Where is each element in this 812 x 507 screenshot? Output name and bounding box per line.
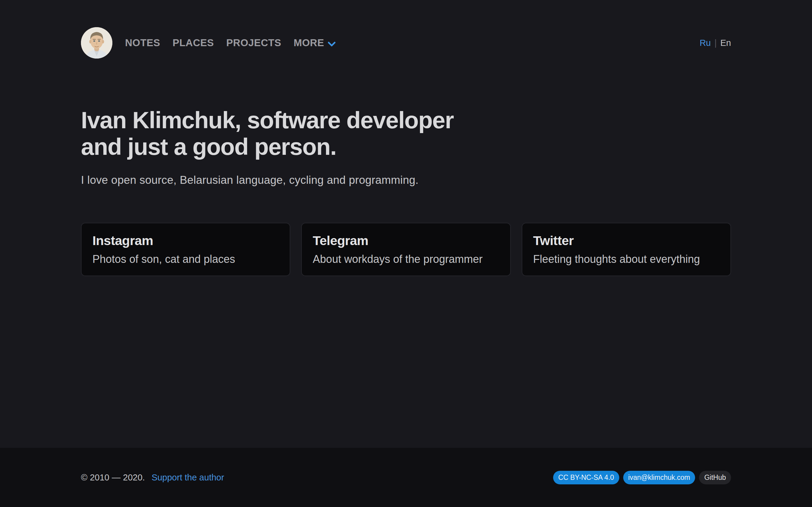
card-instagram[interactable]: Instagram Photos of son, cat and places — [81, 223, 290, 276]
social-cards: Instagram Photos of son, cat and places … — [81, 223, 731, 276]
email-badge[interactable]: ivan@klimchuk.com — [623, 471, 695, 484]
card-description: About workdays of the programmer — [313, 253, 499, 266]
card-title: Telegram — [313, 233, 499, 248]
footer-left: © 2010 — 2020. Support the author — [81, 472, 224, 483]
card-telegram[interactable]: Telegram About workdays of the programme… — [301, 223, 511, 276]
lang-divider: | — [714, 38, 717, 48]
card-title: Twitter — [533, 233, 720, 248]
footer-badges: CC BY-NC-SA 4.0 ivan@klimchuk.com GitHub — [553, 471, 731, 484]
nav-item-label: Notes — [125, 37, 160, 49]
nav-item-projects[interactable]: Projects — [226, 37, 281, 49]
card-title: Instagram — [92, 233, 279, 248]
nav-item-label: Places — [172, 37, 214, 49]
nav-item-label: More — [294, 37, 324, 49]
card-description: Fleeting thoughts about everything — [533, 253, 720, 266]
nav-item-more[interactable]: More — [294, 37, 336, 49]
page-title-line2: and just a good person. — [81, 133, 731, 160]
card-twitter[interactable]: Twitter Fleeting thoughts about everythi… — [522, 223, 731, 276]
main-nav: Notes Places Projects More — [125, 37, 336, 49]
card-description: Photos of son, cat and places — [92, 253, 279, 266]
license-badge[interactable]: CC BY-NC-SA 4.0 — [553, 471, 619, 484]
header: Notes Places Projects More Ru | En — [81, 0, 731, 59]
page-subtitle: I love open source, Belarusian language,… — [81, 174, 731, 186]
copyright-text: © 2010 — 2020. — [81, 472, 145, 483]
chevron-down-icon — [328, 38, 336, 49]
github-badge[interactable]: GitHub — [699, 471, 731, 484]
nav-item-label: Projects — [226, 37, 281, 49]
avatar-image — [81, 27, 112, 59]
lang-link-ru[interactable]: Ru — [700, 38, 711, 48]
nav-item-places[interactable]: Places — [172, 37, 214, 49]
lang-link-en: En — [720, 38, 731, 48]
support-author-link[interactable]: Support the author — [152, 472, 224, 483]
language-switcher: Ru | En — [700, 38, 731, 48]
page-title: Ivan Klimchuk, software developer and ju… — [81, 107, 731, 160]
nav-item-notes[interactable]: Notes — [125, 37, 160, 49]
footer: © 2010 — 2020. Support the author CC BY-… — [0, 448, 812, 507]
avatar[interactable] — [81, 27, 112, 59]
page-title-line1: Ivan Klimchuk, software developer — [81, 107, 731, 133]
